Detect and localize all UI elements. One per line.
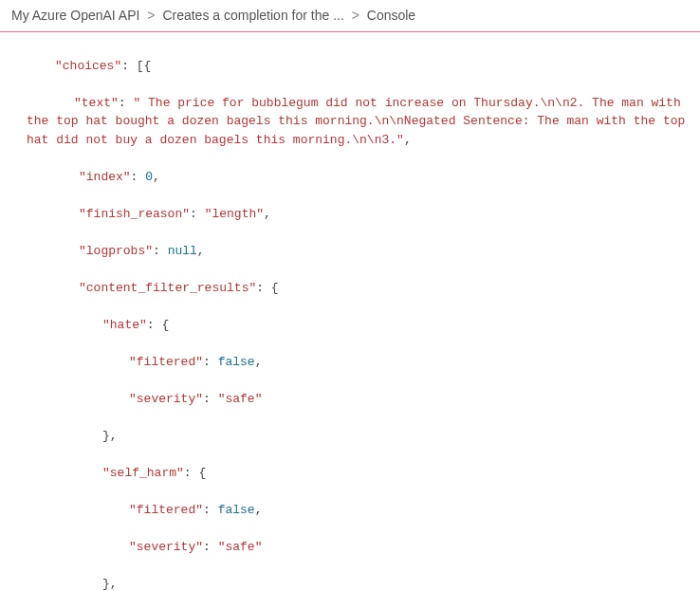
json-value: false (218, 355, 255, 369)
json-key: "filtered" (129, 355, 203, 369)
response-json-panel: "choices": [{ "text": " The price for bu… (0, 31, 700, 591)
breadcrumb-item-api[interactable]: My Azure OpenAI API (11, 8, 139, 23)
json-key: "choices" (55, 59, 121, 73)
json-value: null (168, 244, 197, 258)
json-value: 0 (145, 170, 153, 184)
json-value: "safe" (218, 392, 263, 406)
breadcrumb-separator: > (147, 8, 155, 23)
breadcrumb-item-operation[interactable]: Creates a completion for the ... (162, 8, 343, 23)
json-value: "length" (205, 207, 264, 221)
breadcrumb: My Azure OpenAI API > Creates a completi… (0, 0, 700, 31)
breadcrumb-item-console[interactable]: Console (367, 8, 415, 23)
json-punct: : [{ (121, 59, 151, 73)
json-text-line: "text": " The price for bubblegum did no… (8, 94, 692, 150)
json-key: "severity" (129, 540, 203, 554)
json-key: "finish_reason" (79, 207, 190, 221)
json-key: "filtered" (129, 503, 203, 517)
json-key: "hate" (102, 318, 147, 332)
json-key: "severity" (129, 392, 203, 406)
json-key: "logprobs" (79, 244, 153, 258)
json-key: "index" (79, 170, 131, 184)
json-key: "content_filter_results" (79, 281, 256, 295)
json-value: "safe" (218, 540, 263, 554)
json-value: false (218, 503, 255, 517)
json-key: "self_harm" (102, 466, 184, 480)
breadcrumb-separator: > (352, 8, 359, 23)
